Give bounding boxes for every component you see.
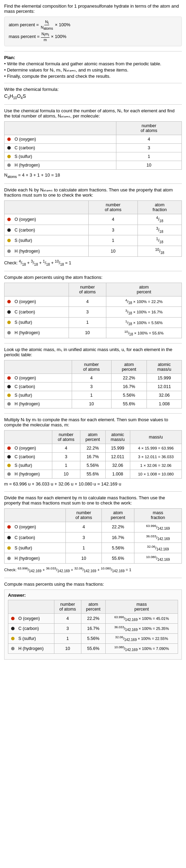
count-value: 10 [52,470,80,478]
mf-col-fraction: massfraction [134,508,182,522]
element-label: S (sulfur) [15,154,32,159]
table-row: H (hydrogen)1010/18 × 100% = 55.6% [5,328,182,338]
mpf-col-atom-pct: atompercent [81,600,105,614]
element-label: C (carbon) [18,626,39,631]
percent-value: 4/18 × 100% = 22.2% [106,296,182,307]
count-value: 3 [88,225,138,235]
element-cell: C (carbon) [11,626,51,631]
atom-fraction-table: numberof atoms atomfraction O (oxygen)44… [4,200,182,257]
count-value: 1 [69,317,106,328]
table-row: H (hydrogen)1010/18 [5,246,182,257]
count-section: Use the chemical formula to count the nu… [4,108,182,179]
mass-value: 15.999 [147,374,182,382]
element-cell: H (hydrogen) [5,246,89,257]
table-row: C (carbon)316.7%36.033/142.169 [5,532,182,542]
fraction-value: 36.033/142.169 [134,532,182,542]
element-cell: H (hydrogen) [5,553,66,564]
element-label: S (sulfur) [15,546,32,550]
count-value: 1 [116,152,181,161]
element-cell: O (oxygen) [7,376,69,380]
mm-col-element [5,430,52,444]
table-row: S (sulfur)15.56%32.06/142.169 [5,543,182,553]
table-row: H (hydrogen)1055.6%10.080/142.169 [5,553,182,564]
element-cell: H (hydrogen) [5,399,72,408]
mol-mass-total: m = 63.996 u + 36.033 u + 32.06 u + 10.0… [4,481,182,487]
percent-value: 16.7% [80,452,105,461]
mass-fraction-intro: Divide the mass for each element by m to… [4,495,182,506]
plan-heading: Plan: [4,55,182,60]
element-cell: S (sulfur) [7,154,113,159]
atom-fraction-section: Divide each Nᵢ by Nₐₜₒₘₛ to calculate at… [4,187,182,266]
atomic-mass-value: 32.06 [105,461,130,470]
element-cell: H (hydrogen) [11,646,51,651]
element-cell: C (carbon) [5,307,69,317]
intro-title: Find the elemental composition for 1 pro… [4,3,182,14]
percent-value: 5.56% [111,391,147,399]
table-row: C (carbon)33/18 × 100% = 16.7% [5,307,182,317]
am-col-element [5,360,72,374]
element-cell: O (oxygen) [11,616,51,621]
mf-check: Check: 63.996/142.169 + 36.033/142.169 +… [4,566,182,573]
mass-percent-final-section: Compute mass percents using the mass fra… [4,582,182,659]
count-value: 4 [66,522,102,532]
element-cell: S (sulfur) [7,393,69,398]
chemical-formula-section: Write the chemical formula: C3H10O4S [4,87,182,100]
percent-value: 10/18 × 100% = 55.6% [106,328,182,338]
element-cell: C (carbon) [5,225,89,235]
table-row: H (hydrogen)1055.6%1.00810 × 1.008 = 10.… [5,470,182,478]
table-row: S (sulfur)15.56%32.061 × 32.06 = 32.06 [5,461,182,470]
ap-col-element [5,283,69,296]
element-cell: O (oxygen) [7,217,86,222]
mass-calc-value: 1 × 32.06 = 32.06 [130,461,181,470]
table-row: H (hydrogen)1055.6%1.008 [5,399,182,408]
element-label: S (sulfur) [15,238,32,243]
fraction-value: 1/18 [138,235,182,246]
table-row: C (carbon)3 [5,144,182,152]
fraction-value: 63.996/142.169 [134,522,182,532]
mass-percent-value: 32.06/142.169 × 100% = 22.55% [105,634,178,644]
table-row: S (sulfur)1 [5,152,182,161]
element-label: O (oxygen) [15,376,36,380]
element-cell: S (sulfur) [5,543,66,553]
atom-percent-table: numberof atoms atompercent O (oxygen)44/… [4,283,182,338]
plan-step-2: • Determine values for Nᵢ, mᵢ, Nₐₜₒₘₛ, a… [4,67,182,73]
element-label: H (hydrogen) [15,556,40,561]
fraction-value: 3/18 [138,225,182,235]
fraction-value: 10.080/142.169 [134,553,182,564]
mf-col-percent: atompercent [102,508,134,522]
element-label: H (hydrogen) [18,646,44,651]
element-label: H (hydrogen) [15,163,40,168]
mm-col-percent: atompercent [80,430,105,444]
answer-box: Answer: numberof atoms atompercent massp… [4,589,182,659]
element-cell: O (oxygen) [5,374,72,382]
element-cell: S (sulfur) [7,238,86,243]
element-label: H (hydrogen) [15,249,40,254]
fraction-value: 10/18 [138,246,182,257]
element-label: S (sulfur) [15,320,32,325]
mass-calc-value: 4 × 15.999 = 63.996 [130,444,181,452]
natoms-total: Natoms = 4 + 3 + 1 + 10 = 18 [4,172,182,179]
count-value: 3 [66,532,102,542]
element-label: S (sulfur) [15,463,32,468]
mass-fraction-section: Divide the mass for each element by m to… [4,495,182,573]
element-cell: O (oxygen) [7,137,113,142]
table-row: O (oxygen)422.2%63.996/142.169 × 100% = … [8,614,178,624]
atomic-mass-value: 12.011 [105,452,130,461]
atom-percent-value: 22.2% [81,614,105,624]
mass-percent-final-intro: Compute mass percents using the mass fra… [4,582,182,587]
atom-percent-value: 55.6% [81,643,105,653]
element-cell: C (carbon) [7,310,66,314]
element-cell: C (carbon) [7,228,86,233]
element-cell: C (carbon) [7,384,69,389]
fraction-value: 4/18 [138,214,182,225]
count-value: 10 [88,246,138,257]
atomic-mass-section: Look up the atomic mass, mᵢ, in unified … [4,347,182,408]
table-row: C (carbon)316.7%12.011 [5,382,182,391]
count-table: numberof atoms O (oxygen)4C (carbon)3S (… [4,121,182,170]
atomic-mass-table: numberof atoms atompercent atomicmass/u … [4,360,182,408]
element-cell: H (hydrogen) [7,163,113,168]
mass-percent-final-table: numberof atoms atompercent masspercent O… [8,600,178,653]
element-cell: S (sulfur) [7,463,49,468]
table-row: S (sulfur)15.56%32.06 [5,391,182,399]
count-value: 3 [116,144,181,152]
